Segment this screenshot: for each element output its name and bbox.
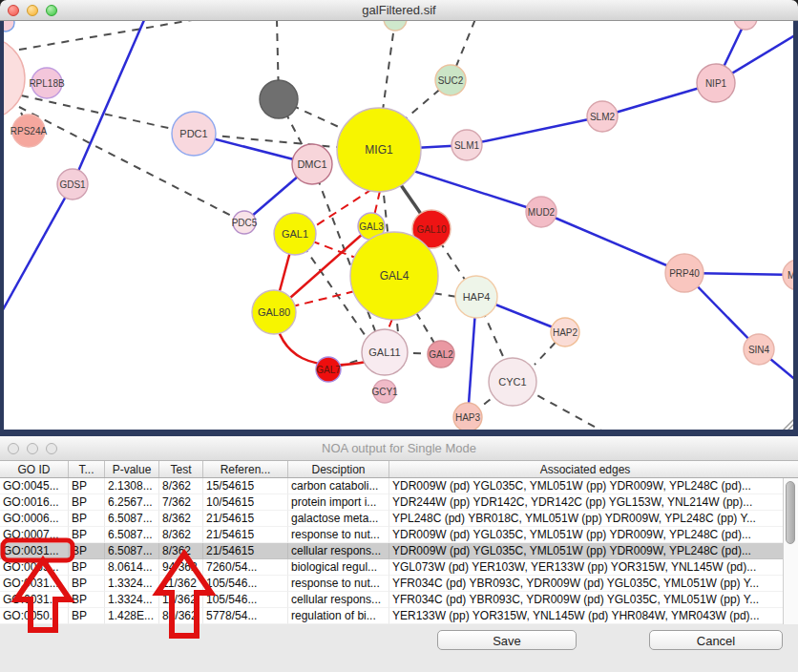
- cell-description[interactable]: regulation of bi...: [288, 608, 389, 624]
- cell-type[interactable]: BP: [69, 527, 105, 543]
- node-clipped[interactable]: [734, 21, 757, 30]
- cell-test[interactable]: 8/362: [159, 511, 203, 527]
- cell-p-value[interactable]: 1.3324...: [105, 576, 159, 592]
- node-NIP1[interactable]: NIP1: [697, 64, 735, 102]
- cell-p-value[interactable]: 6.5087...: [105, 543, 159, 559]
- cell-reference[interactable]: 15/54615: [203, 478, 288, 494]
- go-results-table[interactable]: GO:0045...BP2.1308...8/36215/54615carbon…: [0, 478, 798, 624]
- cell-edges[interactable]: YDR009W (pd) YGL035C, YML051W (pp) YDR00…: [389, 478, 798, 494]
- cell-type[interactable]: BP: [69, 494, 105, 511]
- save-button[interactable]: Save: [437, 630, 577, 650]
- node-GAL11[interactable]: GAL11: [362, 329, 408, 375]
- table-row[interactable]: GO:0016...BP6.2567...7/36210/54615protei…: [0, 494, 798, 511]
- table-row[interactable]: GO:0031...BP6.5087...8/36221/54615cellul…: [0, 543, 798, 559]
- network-canvas[interactable]: RPL18BRPS24AGDS1PDC1DMC1SUC2MIG1SLM1SLM2…: [0, 21, 798, 436]
- cell-edges[interactable]: YER133W (pp) YOR315W, YNL145W (pd) YHR08…: [389, 608, 798, 624]
- cell-go-id[interactable]: GO:0016...: [0, 494, 69, 511]
- cell-go-id[interactable]: GO:0031...: [0, 576, 69, 592]
- cell-reference[interactable]: 105/546...: [203, 576, 288, 592]
- column-header-go-id[interactable]: GO ID: [0, 461, 69, 477]
- cell-type[interactable]: BP: [69, 608, 105, 624]
- cell-reference[interactable]: 7260/54...: [203, 559, 288, 576]
- node-RPL18B[interactable]: RPL18B: [29, 68, 65, 98]
- cell-test[interactable]: 11/362: [159, 592, 203, 608]
- cell-go-id[interactable]: GO:0031...: [0, 592, 69, 608]
- node-SLM2[interactable]: SLM2: [587, 101, 618, 132]
- cell-description[interactable]: carbon cataboli...: [288, 478, 389, 494]
- node-DMC1[interactable]: DMC1: [292, 144, 332, 184]
- node-GAL7[interactable]: GAL7: [316, 357, 341, 382]
- cell-p-value[interactable]: 8.0614...: [105, 559, 159, 576]
- node-GAL4[interactable]: GAL4: [350, 232, 438, 320]
- column-header-associated-edges[interactable]: Associated edges: [389, 461, 798, 477]
- node-GAL1[interactable]: GAL1: [274, 213, 316, 255]
- table-row[interactable]: GO:0031...BP1.3324...11/362105/546...cel…: [0, 592, 798, 608]
- column-header-desciption[interactable]: Desciption: [288, 461, 389, 477]
- cell-description[interactable]: galactose meta...: [288, 511, 389, 527]
- cell-reference[interactable]: 21/54615: [203, 543, 288, 559]
- cell-test[interactable]: 94/362: [159, 559, 203, 576]
- node-CYC1[interactable]: CYC1: [489, 358, 536, 406]
- node-GDS1[interactable]: GDS1: [57, 169, 88, 200]
- cell-reference[interactable]: 5778/54...: [203, 608, 288, 624]
- node-GAL2[interactable]: GAL2: [428, 341, 454, 368]
- table-row[interactable]: GO:0065...BP8.0614...94/3627260/54...bio…: [0, 559, 798, 576]
- cell-edges[interactable]: YFR034C (pd) YBR093C, YDR009W (pd) YGL03…: [389, 592, 798, 608]
- cell-go-id[interactable]: GO:0050...: [0, 608, 69, 624]
- cell-p-value[interactable]: 6.2567...: [105, 494, 159, 511]
- network-window-titlebar[interactable]: galFiltered.sif: [0, 0, 798, 21]
- cell-description[interactable]: protein import i...: [288, 494, 389, 511]
- cell-edges[interactable]: YDR009W (pd) YGL035C, YML051W (pp) YDR00…: [389, 543, 798, 559]
- cell-go-id[interactable]: GO:0045...: [0, 478, 69, 494]
- cell-edges[interactable]: YGL073W (pd) YER103W, YER133W (pp) YOR31…: [389, 559, 798, 576]
- node-MUD2[interactable]: MUD2: [526, 197, 556, 227]
- noa-window-titlebar[interactable]: NOA output for Single Mode: [0, 436, 798, 461]
- table-row[interactable]: GO:0007...BP6.5087...8/36221/54615respon…: [0, 527, 798, 543]
- node-HAP4[interactable]: HAP4: [455, 276, 497, 318]
- node-PRP40[interactable]: PRP40: [665, 254, 704, 292]
- node-HAP2[interactable]: HAP2: [551, 318, 579, 346]
- node-clipped[interactable]: [384, 21, 407, 31]
- cell-type[interactable]: BP: [69, 559, 105, 576]
- cancel-button[interactable]: Cancel: [649, 630, 783, 650]
- node-SUC2[interactable]: SUC2: [435, 65, 466, 95]
- cell-go-id[interactable]: GO:0006...: [0, 511, 69, 527]
- cell-description[interactable]: response to nut...: [288, 527, 389, 543]
- cell-description[interactable]: response to nut...: [288, 576, 389, 592]
- column-header-p-value[interactable]: P-value: [105, 461, 159, 477]
- cell-go-id[interactable]: GO:0065...: [0, 559, 69, 576]
- cell-test[interactable]: 8/362: [159, 543, 203, 559]
- cell-reference[interactable]: 21/54615: [203, 527, 288, 543]
- cell-p-value[interactable]: 1.428E...: [105, 608, 159, 624]
- cell-type[interactable]: BP: [69, 576, 105, 592]
- column-header-test[interactable]: Test: [159, 461, 203, 477]
- cell-description[interactable]: cellular respons...: [288, 543, 389, 559]
- node-RPS24A[interactable]: RPS24A: [10, 115, 48, 147]
- cell-type[interactable]: BP: [69, 592, 105, 608]
- cell-type[interactable]: BP: [69, 543, 105, 559]
- cell-p-value[interactable]: 1.3324...: [105, 592, 159, 608]
- cell-p-value[interactable]: 2.1308...: [105, 478, 159, 494]
- cell-test[interactable]: 7/362: [159, 494, 203, 511]
- cell-go-id[interactable]: GO:0007...: [0, 527, 69, 543]
- cell-edges[interactable]: YPL248C (pd) YBR018C, YML051W (pp) YDR00…: [389, 511, 798, 527]
- node-SIN4[interactable]: SIN4: [744, 334, 774, 365]
- cell-reference[interactable]: 105/546...: [203, 592, 288, 608]
- cell-test[interactable]: 80/362: [159, 608, 203, 624]
- cell-go-id[interactable]: GO:0031...: [0, 543, 69, 559]
- node-PDC1[interactable]: PDC1: [172, 112, 216, 156]
- table-row[interactable]: GO:0031...BP1.3324...11/362105/546...res…: [0, 576, 798, 592]
- vertical-scrollbar[interactable]: [783, 478, 798, 624]
- cell-edges[interactable]: YFR034C (pd) YBR093C, YDR009W (pd) YGL03…: [389, 576, 798, 592]
- column-header-type[interactable]: T...: [69, 461, 105, 477]
- node-HAP3[interactable]: HAP3: [453, 403, 482, 431]
- cell-test[interactable]: 8/362: [159, 478, 203, 494]
- cell-p-value[interactable]: 6.5087...: [105, 511, 159, 527]
- cell-type[interactable]: BP: [69, 511, 105, 527]
- table-row[interactable]: GO:0050...BP1.428E...80/3625778/54...reg…: [0, 608, 798, 624]
- node-clipped[interactable]: [260, 80, 298, 118]
- node-SLM1[interactable]: SLM1: [452, 130, 482, 160]
- network-graph[interactable]: RPL18BRPS24AGDS1PDC1DMC1SUC2MIG1SLM1SLM2…: [0, 21, 798, 436]
- cell-reference[interactable]: 21/54615: [203, 511, 288, 527]
- table-row[interactable]: GO:0045...BP2.1308...8/36215/54615carbon…: [0, 478, 798, 494]
